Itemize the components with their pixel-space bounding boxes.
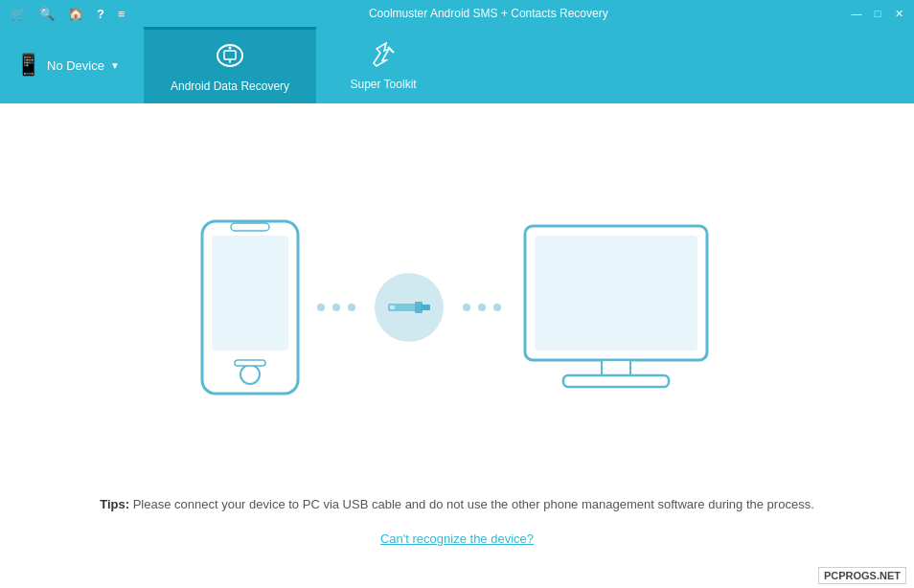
dot-3 xyxy=(348,304,355,311)
svg-rect-13 xyxy=(390,305,395,309)
svg-rect-7 xyxy=(231,223,269,231)
device-selector[interactable]: 📱 No Device ▼ xyxy=(0,27,144,103)
toolbar: 📱 No Device ▼ Android Data Recovery xyxy=(0,27,914,103)
phone-illustration xyxy=(193,212,308,403)
usb-connector xyxy=(375,273,444,342)
dot-5 xyxy=(478,304,486,311)
tips-text: Please connect your device to PC via USB… xyxy=(129,497,814,511)
dots-left xyxy=(317,304,355,311)
svg-point-8 xyxy=(240,365,260,384)
dot-4 xyxy=(463,304,470,311)
computer-illustration xyxy=(511,216,721,398)
help-icon[interactable]: ? xyxy=(94,7,107,21)
svg-rect-9 xyxy=(235,360,265,366)
recognize-device-link[interactable]: Can't recognize the device? xyxy=(0,531,914,546)
app-title: Coolmuster Android SMS + Contacts Recove… xyxy=(128,7,849,20)
dot-2 xyxy=(332,304,340,311)
tab-android-data-recovery[interactable]: Android Data Recovery xyxy=(144,27,316,103)
svg-rect-6 xyxy=(212,236,288,351)
tab-super-toolkit-label: Super Toolkit xyxy=(350,78,416,91)
title-bar-left-icons: 🛒 🔍 🏠 ? ≡ xyxy=(8,7,128,21)
search-icon[interactable]: 🔍 xyxy=(36,7,57,21)
maximize-button[interactable]: □ xyxy=(870,7,885,20)
tab-super-toolkit[interactable]: Super Toolkit xyxy=(316,27,450,103)
svg-rect-17 xyxy=(563,375,669,387)
dot-6 xyxy=(493,304,501,311)
android-data-recovery-icon xyxy=(216,41,244,76)
super-toolkit-icon xyxy=(369,39,398,74)
minimize-button[interactable]: — xyxy=(849,7,864,20)
close-button[interactable]: ✕ xyxy=(891,7,906,20)
title-bar: 🛒 🔍 🏠 ? ≡ Coolmuster Android SMS + Conta… xyxy=(0,0,914,27)
device-icon: 📱 xyxy=(15,53,41,78)
tab-android-data-recovery-label: Android Data Recovery xyxy=(171,79,289,93)
home-icon[interactable]: 🏠 xyxy=(65,7,86,21)
svg-rect-12 xyxy=(421,305,430,310)
tips-label: Tips: xyxy=(100,497,129,511)
svg-rect-15 xyxy=(535,236,697,351)
cart-icon[interactable]: 🛒 xyxy=(8,7,29,21)
window-controls: — □ ✕ xyxy=(849,7,906,20)
dot-1 xyxy=(317,304,325,311)
main-content: Tips: Please connect your device to PC v… xyxy=(0,103,914,588)
tab-list: Android Data Recovery Super Toolkit xyxy=(144,27,450,103)
svg-rect-1 xyxy=(224,51,236,59)
dots-right xyxy=(463,304,501,311)
menu-icon[interactable]: ≡ xyxy=(115,7,128,21)
watermark: PCPROGS.NET xyxy=(818,567,906,584)
connection-graphic xyxy=(193,212,721,403)
svg-point-3 xyxy=(229,46,232,49)
dropdown-arrow-icon: ▼ xyxy=(110,60,120,71)
tips-section: Tips: Please connect your device to PC v… xyxy=(0,497,914,511)
device-label: No Device xyxy=(47,58,104,73)
